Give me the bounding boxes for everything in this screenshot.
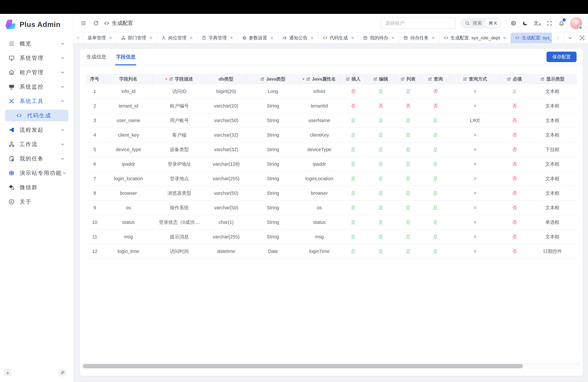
cell-desc[interactable]: 登录状态（0成功 ...	[153, 215, 206, 230]
cell-query_mode[interactable]: LIKE	[449, 113, 501, 128]
close-icon[interactable]: ✕	[432, 36, 435, 40]
cell-java_prop[interactable]: loginLocation	[299, 171, 339, 186]
cell-required[interactable]: 否	[501, 99, 528, 113]
column-header-list[interactable]: 列表	[395, 74, 422, 84]
dark-mode-moon-icon[interactable]	[521, 19, 529, 27]
global-search-button[interactable]: 搜索 ⌘ K	[461, 18, 502, 29]
cell-edit[interactable]: 是	[367, 128, 395, 143]
tab-todo-tasks[interactable]: 待办任务✕	[399, 33, 440, 43]
cell-query_mode[interactable]: =	[449, 171, 501, 186]
cell-desc[interactable]: 客户端	[153, 128, 206, 143]
cell-desc[interactable]: 访问时间	[153, 244, 206, 259]
cell-insert[interactable]: 是	[339, 201, 367, 215]
column-header-insert[interactable]: 插入	[339, 74, 367, 84]
sidebar-item-my-tasks[interactable]: 我的任务	[5, 153, 68, 165]
cell-insert[interactable]: 是	[339, 128, 367, 143]
cell-display[interactable]: 文本框	[528, 84, 577, 99]
refresh-icon[interactable]	[91, 19, 100, 28]
cell-java_prop[interactable]: msg	[299, 230, 339, 244]
cell-display[interactable]: 文本框	[528, 201, 577, 215]
sidebar-item-system-tools[interactable]: 系统工具	[5, 95, 68, 107]
tabs-dropdown-icon[interactable]	[564, 33, 576, 43]
cell-query_mode[interactable]: =	[449, 201, 501, 215]
cell-list[interactable]: 是	[395, 171, 422, 186]
cell-list[interactable]: 是	[395, 215, 422, 230]
cell-required[interactable]: 否	[501, 113, 528, 128]
sidebar-item-code-generation[interactable]: 代码生成	[5, 110, 68, 121]
cell-edit[interactable]: 否	[367, 99, 395, 113]
cell-query_mode[interactable]: =	[449, 84, 501, 99]
cell-insert[interactable]: 否	[339, 84, 367, 99]
settings-gear-icon[interactable]	[509, 19, 517, 27]
cell-query[interactable]: 否	[422, 99, 449, 113]
cell-query[interactable]: 是	[422, 244, 449, 259]
cell-query[interactable]: 是	[422, 157, 449, 171]
cell-list[interactable]: 是	[395, 128, 422, 143]
cell-display[interactable]: 日期控件	[528, 244, 577, 259]
cell-insert[interactable]: 是	[339, 143, 367, 157]
cell-java_type[interactable]: Date	[247, 244, 299, 259]
cell-required[interactable]: 否	[501, 128, 528, 143]
cell-required[interactable]: 否	[501, 201, 528, 215]
cell-query[interactable]: 是	[422, 113, 449, 128]
cell-desc[interactable]: 浏览器类型	[153, 186, 206, 201]
cell-java_type[interactable]: String	[247, 215, 299, 230]
cell-required[interactable]: 否	[501, 230, 528, 244]
cell-query[interactable]: 是	[422, 201, 449, 215]
close-icon[interactable]: ✕	[270, 36, 273, 40]
cell-desc[interactable]: 操作系统	[153, 201, 206, 215]
translate-icon[interactable]: 文A	[533, 19, 542, 27]
save-config-button[interactable]: 保存配置	[546, 52, 577, 62]
cell-edit[interactable]: 是	[367, 84, 395, 99]
cell-query[interactable]: 否	[422, 84, 449, 99]
cell-required[interactable]: 否	[501, 143, 528, 157]
column-header-query_mode[interactable]: 查询方式	[449, 74, 501, 84]
close-icon[interactable]: ✕	[391, 36, 395, 40]
cell-display[interactable]: 文本框	[528, 157, 577, 171]
cell-display[interactable]: 文本框	[528, 171, 577, 186]
column-header-edit[interactable]: 编辑	[367, 74, 395, 84]
cell-edit[interactable]: 是	[367, 230, 395, 244]
cell-java_prop[interactable]: tenantId	[299, 99, 339, 113]
column-header-desc[interactable]: *字段描述	[153, 74, 206, 84]
column-header-display[interactable]: 显示类型	[528, 74, 577, 84]
cell-required[interactable]: 否	[501, 186, 528, 201]
sidebar-item-overview[interactable]: 概览	[5, 38, 68, 49]
cell-required[interactable]: 否	[501, 215, 528, 230]
cell-query_mode[interactable]: =	[449, 128, 501, 143]
cell-query_mode[interactable]: =	[449, 186, 501, 201]
cell-list[interactable]: 否	[395, 99, 422, 113]
pin-icon[interactable]	[59, 369, 66, 377]
cell-display[interactable]: 文本框	[528, 230, 577, 244]
cell-java_type[interactable]: Long	[247, 84, 299, 99]
cell-java_prop[interactable]: status	[299, 215, 339, 230]
cell-query_mode[interactable]: =	[449, 157, 501, 171]
tab-post-admin[interactable]: 岗位管理✕	[157, 33, 197, 43]
cell-display[interactable]: 文本框	[528, 113, 577, 128]
cell-query_mode[interactable]: =	[449, 143, 501, 157]
tenant-select-input[interactable]	[381, 18, 456, 29]
cell-insert[interactable]: 是	[339, 244, 367, 259]
cell-java_prop[interactable]: userName	[299, 113, 339, 128]
tab-generation-info[interactable]: 生成信息	[86, 49, 107, 65]
close-icon[interactable]: ✕	[351, 36, 354, 40]
cell-display[interactable]: 文本框	[528, 99, 577, 113]
cell-display[interactable]: 文本框	[528, 186, 577, 201]
close-icon[interactable]: ✕	[149, 36, 152, 40]
cell-desc[interactable]: 租户编号	[153, 99, 206, 113]
cell-java_type[interactable]: String	[247, 143, 299, 157]
cell-query[interactable]: 是	[422, 186, 449, 201]
tab-notice[interactable]: 通知公告✕	[278, 33, 318, 43]
tab-code-gen[interactable]: 代码生成✕	[318, 33, 359, 43]
sidebar-item-wechat-group[interactable]: 微信群	[5, 182, 68, 193]
cell-desc[interactable]: 访问ID	[153, 84, 206, 99]
cell-java_type[interactable]: String	[247, 128, 299, 143]
cell-query_mode[interactable]: =	[449, 215, 501, 230]
cell-java_type[interactable]: String	[247, 230, 299, 244]
cell-java_type[interactable]: String	[247, 171, 299, 186]
cell-java_type[interactable]: String	[247, 201, 299, 215]
cell-edit[interactable]: 是	[367, 171, 395, 186]
cell-desc[interactable]: 提示消息	[153, 230, 206, 244]
sidebar-item-tenant-admin[interactable]: 租户管理	[5, 66, 68, 78]
tab-dict-admin[interactable]: 字典管理✕	[197, 33, 238, 43]
